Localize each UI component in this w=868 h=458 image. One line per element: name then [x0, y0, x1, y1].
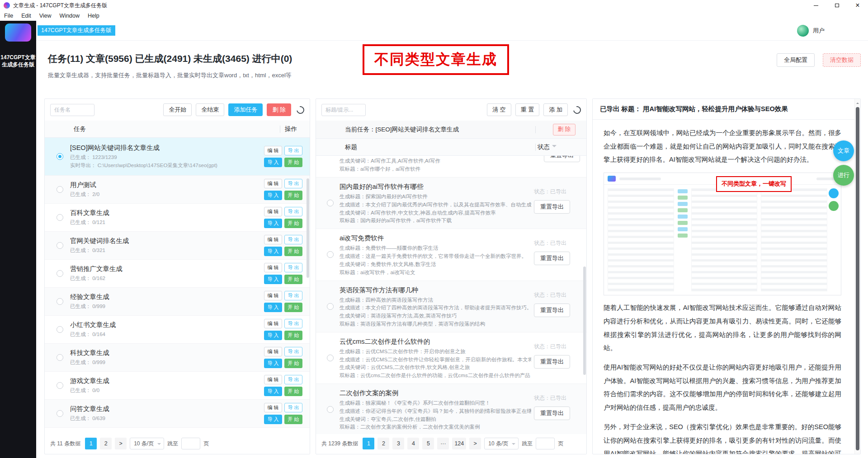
clear-data-button[interactable]: 清空数据: [823, 53, 861, 67]
task-export-button[interactable]: 导 出: [284, 235, 302, 244]
jump-page-input[interactable]: [536, 438, 555, 449]
task-export-button[interactable]: 导 出: [284, 179, 302, 188]
reset-export-button[interactable]: 重置导出: [534, 200, 570, 214]
task-export-button[interactable]: 导 出: [284, 291, 302, 300]
task-row[interactable]: 问答文章生成 已生成： 0/639 编 辑 导 出 导 入 开 始: [45, 400, 310, 428]
preview-scrollbar-thumb[interactable]: [856, 107, 859, 450]
task-start-button[interactable]: 开 始: [284, 191, 302, 200]
task-start-button[interactable]: 开 始: [284, 387, 302, 396]
filter-funnel-icon[interactable]: [552, 145, 557, 150]
task-edit-button[interactable]: 编 辑: [264, 207, 282, 216]
menu-item[interactable]: View: [35, 13, 56, 19]
reset-export-button[interactable]: 重置导出: [534, 252, 570, 265]
task-start-button[interactable]: 开 始: [284, 331, 302, 340]
task-import-button[interactable]: 导 入: [264, 303, 282, 312]
reset-titles-button[interactable]: 重 置: [515, 103, 540, 116]
task-radio[interactable]: [57, 410, 63, 417]
delete-task-button[interactable]: 删 除: [267, 103, 291, 116]
page-button[interactable]: 3: [392, 438, 404, 449]
task-row[interactable]: 营销推广文章生成 已生成： 0/162 编 辑 导 出 导 入 开 始: [45, 260, 310, 288]
task-search-input[interactable]: [50, 104, 94, 116]
task-export-button[interactable]: 导 出: [284, 347, 302, 356]
next-page-button[interactable]: >: [115, 438, 127, 449]
task-radio[interactable]: [57, 186, 63, 193]
title-row[interactable]: 云优cms二次创作是什么软件的 生成标题：云优CMS二次创作软件：开启你的创意之…: [316, 332, 586, 384]
task-import-button[interactable]: 导 入: [264, 359, 282, 368]
task-radio[interactable]: [57, 326, 63, 333]
task-row[interactable]: 官网关键词排名生成 已生成： 0/321 编 辑 导 出 导 入 开 始: [45, 232, 310, 260]
clear-titles-button[interactable]: 清 空: [487, 103, 511, 116]
task-import-button[interactable]: 导 入: [264, 387, 282, 396]
add-title-button[interactable]: 添 加: [543, 103, 568, 116]
title-radio[interactable]: [327, 355, 334, 361]
title-search-input[interactable]: [321, 104, 366, 116]
title-radio[interactable]: [327, 200, 334, 206]
task-row[interactable]: 用户测试 已生成： 2/0 编 辑 导 出 导 入 开 始: [45, 176, 310, 204]
task-export-button[interactable]: 导 出: [284, 375, 302, 384]
task-radio[interactable]: [57, 153, 63, 160]
task-start-button[interactable]: 开 始: [284, 219, 302, 228]
jump-page-input[interactable]: [181, 438, 200, 449]
task-import-button[interactable]: 导 入: [264, 191, 282, 200]
user-menu[interactable]: 用户: [797, 25, 825, 37]
refresh-icon[interactable]: [572, 104, 583, 115]
start-all-button[interactable]: 全开始: [163, 103, 192, 116]
page-button[interactable]: 2: [377, 438, 389, 449]
task-import-button[interactable]: 导 入: [264, 415, 282, 424]
refresh-icon[interactable]: [295, 104, 306, 115]
menu-item[interactable]: Edit: [17, 13, 35, 19]
task-row[interactable]: 科技文章生成 已生成： 0/999 编 辑 导 出 导 入 开 始: [45, 344, 310, 372]
menu-item[interactable]: Window: [56, 13, 84, 19]
task-start-button[interactable]: 开 始: [284, 359, 302, 368]
task-export-button[interactable]: 导 出: [284, 319, 302, 328]
task-row[interactable]: [SEO]网站关键词排名文章生成 已生成： 1223/1239 实时导出： C:…: [45, 138, 310, 176]
reset-export-button[interactable]: 重置导出: [534, 304, 570, 317]
task-edit-button[interactable]: 编 辑: [264, 263, 282, 272]
task-radio[interactable]: [57, 242, 63, 249]
task-import-button[interactable]: 导 入: [264, 158, 282, 167]
task-import-button[interactable]: 导 入: [264, 331, 282, 340]
task-edit-button[interactable]: 编 辑: [264, 179, 282, 188]
task-radio[interactable]: [57, 354, 63, 361]
menu-item[interactable]: Help: [84, 13, 104, 19]
page-button[interactable]: ···: [437, 438, 449, 449]
article-float-button[interactable]: 文章: [833, 140, 854, 161]
title-row[interactable]: ai改写免费软件 生成标题：免费软件——颠覆你的数字生活 生成描述：这是一篇关于…: [316, 229, 586, 280]
stop-all-button[interactable]: 全结束: [196, 103, 224, 116]
task-start-button[interactable]: 开 始: [284, 158, 302, 167]
task-edit-button[interactable]: 编 辑: [264, 403, 282, 412]
task-edit-button[interactable]: 编 辑: [264, 291, 282, 300]
maximize-button[interactable]: [826, 0, 847, 11]
active-tab[interactable]: 147CGPT文章生成多任务版: [38, 25, 115, 36]
delete-title-button[interactable]: 删 除: [553, 124, 576, 136]
per-page-select[interactable]: 10 条/页: [130, 438, 164, 449]
task-radio[interactable]: [57, 382, 63, 389]
scroll-up-icon[interactable]: [856, 101, 859, 104]
titles-scrollbar[interactable]: [583, 266, 586, 375]
task-import-button[interactable]: 导 入: [264, 247, 282, 256]
task-edit-button[interactable]: 编 辑: [264, 319, 282, 328]
task-row[interactable]: 游戏文章生成 已生成： 0/0 编 辑 导 出 导 入 开 始: [45, 372, 310, 400]
reset-export-button[interactable]: 重置导出: [534, 407, 570, 420]
title-row[interactable]: 国内最好的ai写作软件有哪些 生成标题：探索国内最好的AI写作软件 生成描述：本…: [316, 178, 586, 229]
task-edit-button[interactable]: 编 辑: [264, 375, 282, 384]
task-edit-button[interactable]: 编 辑: [264, 347, 282, 356]
global-config-button[interactable]: 全局配置: [777, 53, 815, 67]
task-row[interactable]: 经验文章生成 已生成： 0/999 编 辑 导 出 导 入 开 始: [45, 288, 310, 316]
tasks-scrollbar[interactable]: [307, 178, 309, 278]
title-radio[interactable]: [327, 406, 334, 413]
page-button[interactable]: 5: [422, 438, 434, 449]
task-row[interactable]: 小红书文章生成 已生成： 0/164 编 辑 导 出 导 入 开 始: [45, 316, 310, 344]
title-radio[interactable]: [327, 251, 334, 258]
sidebar-app-name[interactable]: 147CGPT文章 生成多任务版: [0, 54, 35, 68]
reset-export-button[interactable]: 重置导出: [534, 355, 570, 369]
menu-item[interactable]: File: [0, 13, 17, 19]
page-button[interactable]: 2: [100, 438, 112, 449]
task-start-button[interactable]: 开 始: [284, 415, 302, 424]
task-import-button[interactable]: 导 入: [264, 219, 282, 228]
page-button[interactable]: 1: [363, 438, 374, 449]
per-page-select[interactable]: 10 条/页: [484, 438, 519, 449]
task-start-button[interactable]: 开 始: [284, 303, 302, 312]
title-row[interactable]: 英语段落写作方法有哪几种 生成标题：四种高效的英语段落写作方法 生成描述：本文介…: [316, 281, 586, 332]
reset-export-button[interactable]: 重置导出: [544, 156, 580, 162]
